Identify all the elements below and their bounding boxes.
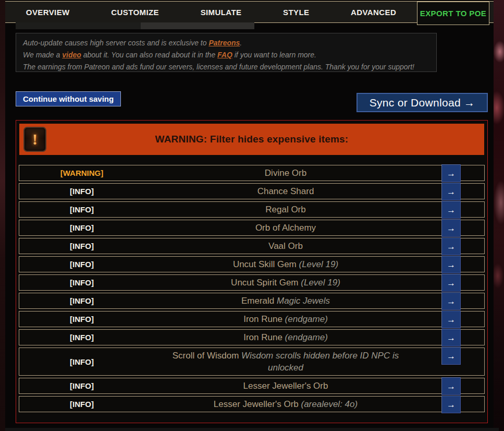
- background-art-right: [494, 0, 504, 431]
- row-item-label: Chance Shard: [144, 185, 484, 197]
- notice-text: .: [240, 39, 242, 47]
- warning-row: [INFO]Chance Shard→: [19, 183, 485, 199]
- row-item-name: Iron Rune: [243, 332, 282, 342]
- row-item-name: Emerald: [241, 296, 274, 306]
- row-item-name: Iron Rune: [243, 314, 282, 324]
- notice-text: The earnings from Patreon and ads fund o…: [23, 63, 414, 71]
- row-item-name: Chance Shard: [257, 186, 314, 196]
- tab-advanced[interactable]: ADVANCED: [351, 8, 396, 17]
- notice-line-1: Auto-update causes high server costs and…: [23, 37, 429, 49]
- exclamation-scroll-icon: !: [23, 127, 46, 152]
- row-goto-button[interactable]: →: [441, 256, 461, 273]
- row-item-name: Lesser Jeweller's Orb: [243, 381, 328, 391]
- row-item-label: Orb of Alchemy: [144, 222, 484, 234]
- exclamation-glyph: !: [32, 131, 38, 147]
- row-severity-tag: [INFO]: [19, 333, 144, 342]
- warning-row: [INFO]Iron Rune (endgame)→: [19, 311, 485, 327]
- row-item-label: Scroll of Wisdom Wisdom scrolls hidden b…: [144, 350, 484, 374]
- row-item-label: Iron Rune (endgame): [144, 331, 484, 343]
- subtab-stub-right: [141, 22, 254, 29]
- row-goto-button[interactable]: →: [441, 274, 461, 292]
- row-goto-button[interactable]: →: [441, 219, 461, 237]
- row-severity-tag: [INFO]: [19, 260, 144, 269]
- row-item-name: Scroll of Wisdom: [173, 351, 239, 361]
- row-item-note: (endgame): [282, 314, 328, 324]
- warning-row: [INFO]Uncut Skill Gem (Level 19)→: [19, 256, 485, 272]
- filterblade-export-page: OVERVIEWCUSTOMIZESIMULATESTYLEADVANCED E…: [0, 0, 504, 431]
- row-severity-tag: [INFO]: [19, 357, 144, 366]
- tab-export-to-poe[interactable]: EXPORT TO POE: [417, 2, 489, 25]
- notice-line-2: We made a video about it. You can also r…: [23, 49, 429, 61]
- warning-row: [INFO]Iron Rune (endgame)→: [19, 329, 485, 345]
- hidden-items-warning-panel: ! WARNING: Filter hides expensive items:…: [16, 120, 488, 423]
- row-item-note: (Level 19): [299, 278, 340, 288]
- subtab-stub-left: [16, 22, 141, 29]
- row-item-label: Vaal Orb: [144, 240, 484, 252]
- row-item-note: (arealevel: 4o): [299, 399, 358, 409]
- background-art-left: [0, 0, 5, 431]
- row-goto-button[interactable]: →: [441, 310, 461, 328]
- top-navigation: OVERVIEWCUSTOMIZESIMULATESTYLEADVANCED E…: [5, 1, 494, 23]
- row-item-label: Uncut Spirit Gem (Level 19): [144, 277, 484, 289]
- row-item-name: Vaal Orb: [268, 241, 303, 251]
- warning-row: [INFO]Uncut Spirit Gem (Level 19)→: [19, 274, 485, 291]
- notice-text: Auto-update causes high server costs and…: [23, 39, 208, 47]
- warning-rows: [WARNING]Divine Orb→[INFO]Chance Shard→[…: [19, 165, 485, 412]
- patreons-link[interactable]: Patreons: [208, 39, 240, 47]
- row-item-label: Uncut Skill Gem (Level 19): [144, 258, 484, 270]
- main-content: OVERVIEWCUSTOMIZESIMULATESTYLEADVANCED E…: [5, 0, 494, 431]
- row-severity-tag: [INFO]: [19, 278, 144, 287]
- row-item-name: Lesser Jeweller's Orb: [214, 399, 299, 409]
- row-severity-tag: [INFO]: [19, 205, 144, 214]
- tab-customize[interactable]: CUSTOMIZE: [111, 8, 159, 17]
- tab-style[interactable]: STYLE: [283, 8, 309, 17]
- row-item-note: Wisdom scrolls hidden before ID NPC is u…: [239, 351, 399, 373]
- row-goto-button[interactable]: →: [441, 292, 461, 310]
- row-item-name: Orb of Alchemy: [255, 223, 316, 233]
- warning-row: [INFO]Lesser Jeweller's Orb→: [19, 378, 485, 394]
- row-item-label: Iron Rune (endgame): [144, 313, 484, 325]
- row-item-note: Magic Jewels: [274, 296, 330, 306]
- patreon-notice: Auto-update causes high server costs and…: [16, 33, 437, 72]
- bottom-bar: [5, 428, 499, 431]
- continue-without-saving-button[interactable]: Continue without saving: [16, 91, 121, 106]
- faq-link[interactable]: FAQ: [217, 51, 232, 59]
- tab-overview[interactable]: OVERVIEW: [26, 8, 70, 17]
- notice-text: about it. You can also read about it in …: [81, 51, 217, 59]
- row-goto-button[interactable]: →: [441, 396, 461, 413]
- warning-header: ! WARNING: Filter hides expensive items:: [19, 124, 484, 155]
- row-item-label: Regal Orb: [144, 203, 484, 216]
- row-item-name: Regal Orb: [265, 205, 305, 214]
- row-severity-tag: [INFO]: [19, 223, 144, 232]
- nav-tab-list: OVERVIEWCUSTOMIZESIMULATESTYLEADVANCED: [5, 2, 417, 22]
- row-goto-button[interactable]: →: [441, 347, 461, 365]
- tab-simulate[interactable]: SIMULATE: [201, 8, 242, 17]
- row-goto-button[interactable]: →: [441, 183, 461, 200]
- row-severity-tag: [INFO]: [19, 381, 144, 390]
- sync-or-download-button[interactable]: Sync or Download →: [357, 93, 488, 112]
- row-severity-tag: [INFO]: [19, 400, 144, 409]
- row-goto-button[interactable]: →: [441, 201, 461, 219]
- row-item-note: (Level 19): [297, 259, 338, 269]
- notice-text: We made a: [23, 51, 62, 59]
- row-item-name: Uncut Spirit Gem: [231, 278, 298, 288]
- row-item-note: (endgame): [282, 332, 328, 342]
- row-item-name: Divine Orb: [265, 168, 306, 178]
- row-item-label: Divine Orb: [144, 167, 484, 179]
- row-item-label: Lesser Jeweller's Orb: [144, 380, 484, 392]
- row-goto-button[interactable]: →: [441, 377, 461, 395]
- notice-text: if you want to learn more.: [232, 51, 316, 59]
- warning-row: [WARNING]Divine Orb→: [19, 165, 485, 181]
- warning-row: [INFO]Lesser Jeweller's Orb (arealevel: …: [19, 396, 485, 412]
- row-goto-button[interactable]: →: [441, 237, 461, 255]
- row-goto-button[interactable]: →: [441, 164, 461, 182]
- warning-row: [INFO]Emerald Magic Jewels→: [19, 293, 485, 309]
- warning-row: [INFO]Regal Orb→: [19, 201, 485, 218]
- row-item-name: Uncut Skill Gem: [233, 259, 297, 269]
- row-severity-tag: [INFO]: [19, 296, 144, 305]
- video-link[interactable]: video: [62, 51, 81, 59]
- row-goto-button[interactable]: →: [441, 329, 461, 346]
- row-severity-tag: [INFO]: [19, 242, 144, 250]
- row-item-label: Emerald Magic Jewels: [144, 295, 484, 307]
- row-severity-tag: [INFO]: [19, 315, 144, 324]
